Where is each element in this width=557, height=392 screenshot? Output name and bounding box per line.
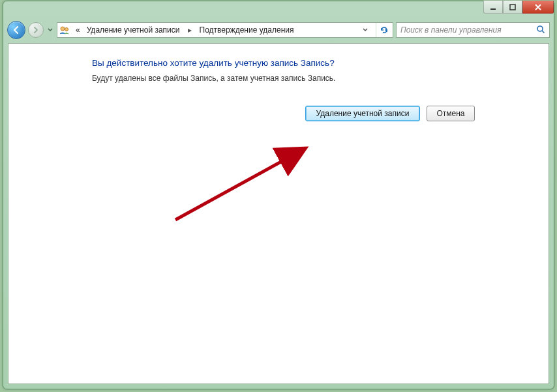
button-row: Удаление учетной записи Отмена (305, 106, 475, 121)
search-icon[interactable] (536, 25, 545, 36)
page-subtext: Будут удалены все файлы Запись, а затем … (92, 74, 335, 83)
cancel-button[interactable]: Отмена (427, 106, 475, 121)
maximize-button[interactable] (503, 1, 522, 14)
close-button[interactable] (522, 1, 554, 14)
breadcrumb-separator-icon: ▸ (185, 25, 194, 35)
delete-account-button[interactable]: Удаление учетной записи (305, 106, 420, 121)
breadcrumb-seg-1[interactable]: Удаление учетной записи (85, 25, 181, 35)
svg-point-4 (537, 26, 543, 31)
address-bar[interactable]: « Удаление учетной записи ▸ Подтверждени… (57, 22, 393, 38)
content-area: Вы действительно хотите удалить учетную … (8, 43, 549, 384)
svg-rect-1 (510, 5, 515, 10)
svg-rect-0 (490, 8, 496, 10)
search-placeholder: Поиск в панели управления (400, 25, 502, 35)
nav-history-dropdown[interactable] (46, 23, 54, 37)
annotation-arrow (169, 142, 319, 226)
svg-point-2 (61, 27, 65, 31)
page-heading: Вы действительно хотите удалить учетную … (92, 58, 335, 68)
window-controls (483, 1, 554, 14)
window-frame: « Удаление учетной записи ▸ Подтверждени… (3, 1, 554, 389)
minimize-button[interactable] (483, 1, 503, 14)
search-input[interactable]: Поиск в панели управления (396, 22, 550, 38)
svg-line-5 (542, 31, 545, 33)
address-dropdown-icon[interactable] (359, 25, 372, 35)
svg-line-6 (175, 148, 306, 220)
navigation-row: « Удаление учетной записи ▸ Подтверждени… (7, 20, 550, 40)
breadcrumb-seg-2[interactable]: Подтверждение удаления (198, 25, 295, 35)
forward-button[interactable] (28, 22, 44, 38)
breadcrumb-prefix: « (74, 25, 82, 35)
user-accounts-icon (59, 24, 70, 36)
back-button[interactable] (7, 21, 25, 39)
svg-point-3 (65, 28, 68, 31)
refresh-button[interactable] (376, 23, 391, 37)
